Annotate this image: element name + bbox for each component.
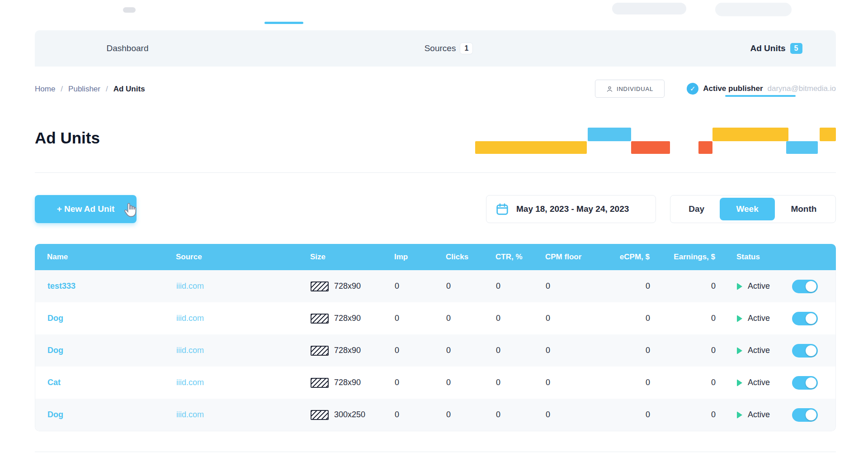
title-divider (35, 172, 836, 173)
ad-unit-name-link[interactable]: Cat (47, 378, 61, 387)
ctr-value: 0 (496, 410, 546, 420)
ecpm-value: 0 (646, 410, 650, 420)
decor-bar (786, 141, 818, 154)
ad-units-table: Name Source Size Imp Clicks CTR, % CPM f… (35, 244, 836, 431)
ad-unit-size: 728x90 (334, 314, 361, 323)
ad-unit-size: 728x90 (334, 378, 361, 387)
earnings-value: 0 (711, 410, 716, 420)
ad-unit-source-link[interactable]: iiid.com (176, 410, 204, 419)
app-topbar (0, 0, 868, 30)
date-range-label: May 18, 2023 - May 24, 2023 (516, 204, 629, 214)
ad-unit-name-link[interactable]: Dog (47, 410, 63, 419)
ctr-value: 0 (496, 346, 546, 355)
toggle-knob (806, 281, 816, 292)
ad-unit-source-link[interactable]: iiid.com (176, 281, 204, 291)
table-header-row: Name Source Size Imp Clicks CTR, % CPM f… (35, 244, 836, 270)
table-body: test333 iiid.com 728x90 0 0 0 0 0 0 Acti… (35, 270, 836, 431)
imp-value: 0 (395, 346, 446, 355)
status-toggle[interactable] (792, 312, 818, 325)
section-tabs: Dashboard Sources 1 Ad Units 5 (35, 30, 836, 67)
topbar-active-indicator (264, 22, 303, 24)
status-toggle[interactable] (792, 344, 818, 358)
clicks-value: 0 (446, 346, 496, 355)
toggle-knob (806, 345, 816, 356)
table-row: test333 iiid.com 728x90 0 0 0 0 0 0 Acti… (35, 270, 835, 302)
col-earnings: Earnings, $ (674, 253, 715, 262)
ad-unit-name-link[interactable]: Dog (47, 314, 63, 323)
ecpm-value: 0 (646, 314, 650, 323)
col-size: Size (310, 253, 394, 262)
play-icon (737, 283, 742, 290)
tab-dashboard[interactable]: Dashboard (85, 30, 170, 67)
banner-size-icon (311, 346, 329, 356)
banner-size-icon (311, 314, 329, 324)
tab-sources-label: Sources (425, 43, 456, 53)
status-toggle[interactable] (792, 408, 818, 422)
breadcrumb-current: Ad Units (113, 85, 145, 94)
cpm-floor-value: 0 (546, 346, 609, 355)
cpm-floor-value: 0 (546, 378, 609, 387)
col-clicks: Clicks (446, 253, 495, 262)
status-label: Active (748, 346, 770, 355)
period-month-button[interactable]: Month (775, 198, 833, 220)
calendar-icon (495, 202, 509, 216)
imp-value: 0 (395, 281, 446, 291)
breadcrumb-publisher[interactable]: Publisher (68, 85, 100, 94)
period-week-button[interactable]: Week (720, 198, 774, 220)
col-ecpm: eCPM, $ (620, 253, 650, 262)
status-label: Active (748, 410, 770, 420)
ad-unit-name-link[interactable]: Dog (47, 346, 63, 355)
check-icon: ✓ (687, 83, 698, 95)
table-row: Cat iiid.com 728x90 0 0 0 0 0 0 Active (35, 367, 835, 399)
banner-size-icon (311, 378, 329, 388)
status-toggle[interactable] (792, 280, 818, 293)
ecpm-value: 0 (646, 346, 650, 355)
topbar-placeholder-left (612, 3, 686, 14)
breadcrumb-separator: / (106, 85, 108, 94)
date-range-picker[interactable]: May 18, 2023 - May 24, 2023 (486, 195, 656, 223)
ecpm-value: 0 (646, 281, 650, 291)
period-day-button[interactable]: Day (673, 198, 720, 220)
col-source: Source (176, 253, 310, 262)
new-ad-unit-button[interactable]: + New Ad Unit (35, 195, 137, 223)
decor-bar (820, 128, 836, 141)
ad-unit-source-link[interactable]: iiid.com (176, 378, 204, 387)
clicks-value: 0 (446, 378, 496, 387)
table-row: Dog iiid.com 300x250 0 0 0 0 0 0 Active (35, 399, 835, 431)
banner-size-icon (311, 410, 329, 420)
clicks-value: 0 (446, 281, 496, 291)
publisher-email: daryna@bitmedia.io (768, 84, 836, 93)
earnings-value: 0 (711, 281, 716, 291)
clicks-value: 0 (446, 410, 496, 420)
ad-unit-source-link[interactable]: iiid.com (176, 346, 204, 355)
page: Dashboard Sources 1 Ad Units 5 Home / Pu… (0, 0, 868, 472)
tab-sources-badge: 1 (460, 43, 472, 54)
status-label: Active (748, 314, 770, 323)
ctr-value: 0 (496, 281, 546, 291)
breadcrumb-separator: / (61, 85, 63, 94)
status-label: Active (748, 281, 770, 291)
status-label: Active (748, 378, 770, 387)
ad-unit-size: 300x250 (334, 410, 365, 420)
bottom-divider (35, 452, 836, 452)
ecpm-value: 0 (646, 378, 650, 387)
tab-ad-units[interactable]: Ad Units 5 (731, 30, 821, 67)
breadcrumb-home[interactable]: Home (35, 85, 55, 94)
col-ctr: CTR, % (495, 253, 545, 262)
imp-value: 0 (395, 378, 446, 387)
status-toggle[interactable] (792, 376, 818, 390)
col-status: Status (715, 253, 836, 262)
breadcrumb: Home / Publisher / Ad Units (35, 81, 145, 97)
ad-unit-size: 728x90 (334, 281, 361, 291)
ctr-value: 0 (496, 378, 546, 387)
toggle-knob (806, 410, 816, 420)
logo-placeholder (123, 7, 136, 13)
tab-dashboard-label: Dashboard (107, 43, 149, 53)
account-type-chip[interactable]: INDIVIDUAL (595, 80, 665, 98)
clicks-value: 0 (446, 314, 496, 323)
ad-unit-name-link[interactable]: test333 (47, 281, 75, 291)
ad-unit-source-link[interactable]: iiid.com (176, 314, 204, 323)
tab-sources[interactable]: Sources 1 (406, 30, 491, 67)
decor-bar (588, 128, 631, 141)
imp-value: 0 (395, 314, 446, 323)
